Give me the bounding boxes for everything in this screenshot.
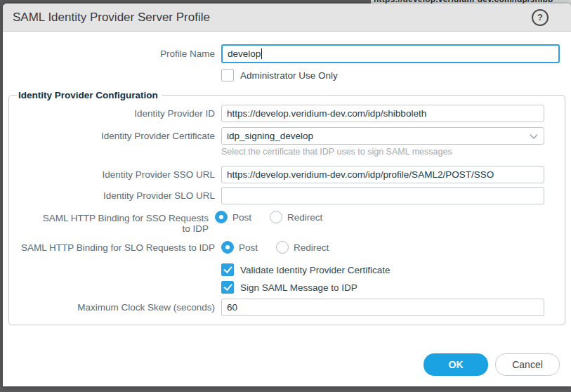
slo-binding-label: SAML HTTP Binding for SLO Requests to ID… bbox=[9, 242, 221, 253]
idp-id-input[interactable] bbox=[221, 105, 544, 122]
chevron-down-icon bbox=[529, 131, 539, 141]
idp-certificate-hint: Select the certificate that IDP uses to … bbox=[221, 145, 452, 157]
sso-binding-post-radio[interactable] bbox=[215, 211, 228, 223]
admin-use-only-checkbox[interactable] bbox=[221, 69, 234, 81]
idp-certificate-hint-row: Select the certificate that IDP uses to … bbox=[9, 145, 555, 157]
sso-url-input[interactable] bbox=[221, 166, 544, 183]
clock-skew-row: Maximum Clock Skew (seconds) bbox=[9, 299, 555, 316]
cancel-button[interactable]: Cancel bbox=[495, 353, 560, 376]
admin-use-only-row: Administrator Use Only bbox=[3, 69, 571, 81]
sign-saml-checkbox[interactable] bbox=[221, 281, 234, 294]
profile-name-input[interactable]: develop bbox=[221, 44, 560, 63]
dialog-titlebar: SAML Identity Provider Server Profile ? bbox=[3, 4, 571, 32]
sso-url-label: Identity Provider SSO URL bbox=[9, 169, 221, 180]
slo-url-label: Identity Provider SLO URL bbox=[9, 190, 221, 201]
sign-saml-label: Sign SAML Message to IDP bbox=[240, 282, 357, 293]
profile-name-label: Profile Name bbox=[3, 48, 221, 59]
validate-cert-row: Validate Identity Provider Certificate bbox=[9, 263, 555, 276]
slo-url-row: Identity Provider SLO URL bbox=[9, 187, 555, 204]
slo-binding-redirect-radio[interactable] bbox=[276, 241, 289, 254]
sso-url-row: Identity Provider SSO URL bbox=[9, 166, 555, 183]
profile-name-row: Profile Name develop bbox=[3, 44, 571, 63]
admin-use-only-label: Administrator Use Only bbox=[240, 70, 338, 81]
clock-skew-input[interactable] bbox=[221, 299, 544, 316]
sso-binding-post-label: Post bbox=[232, 212, 251, 223]
sso-binding-redirect-radio[interactable] bbox=[270, 211, 282, 223]
slo-binding-redirect-label: Redirect bbox=[294, 242, 329, 253]
dialog-title: SAML Identity Provider Server Profile bbox=[13, 11, 532, 25]
sso-binding-row: SAML HTTP Binding for SSO Requests to ID… bbox=[9, 211, 555, 234]
slo-binding-post-label: Post bbox=[239, 242, 258, 253]
saml-idp-server-profile-dialog: SAML Identity Provider Server Profile ? … bbox=[3, 4, 571, 386]
idp-certificate-label: Identity Provider Certificate bbox=[9, 131, 221, 141]
text-caret bbox=[261, 48, 262, 59]
sign-saml-row: Sign SAML Message to IDP bbox=[9, 281, 555, 294]
validate-cert-checkbox[interactable] bbox=[221, 263, 234, 276]
idp-certificate-value: idp_signing_develop bbox=[227, 131, 529, 141]
validate-cert-label: Validate Identity Provider Certificate bbox=[240, 265, 390, 275]
profile-name-value: develop bbox=[228, 48, 261, 59]
idp-certificate-select[interactable]: idp_signing_develop bbox=[221, 127, 544, 145]
idp-id-row: Identity Provider ID bbox=[9, 105, 555, 122]
clock-skew-label: Maximum Clock Skew (seconds) bbox=[9, 302, 221, 313]
dialog-footer: OK Cancel bbox=[3, 353, 571, 376]
idp-certificate-row: Identity Provider Certificate idp_signin… bbox=[9, 127, 555, 145]
sso-binding-label: SAML HTTP Binding for SSO Requests to ID… bbox=[9, 211, 215, 234]
slo-url-input[interactable] bbox=[221, 187, 544, 204]
ok-button[interactable]: OK bbox=[424, 353, 488, 376]
slo-binding-post-radio[interactable] bbox=[221, 241, 234, 254]
help-icon[interactable]: ? bbox=[532, 9, 549, 26]
dialog-body: Profile Name develop Administrator Use O… bbox=[3, 32, 571, 386]
idp-configuration-section: Identity Provider Configuration Identity… bbox=[8, 90, 565, 325]
sso-binding-redirect-label: Redirect bbox=[287, 212, 322, 223]
idp-id-label: Identity Provider ID bbox=[9, 108, 221, 119]
slo-binding-row: SAML HTTP Binding for SLO Requests to ID… bbox=[9, 241, 555, 254]
idp-configuration-legend: Identity Provider Configuration bbox=[17, 90, 162, 100]
